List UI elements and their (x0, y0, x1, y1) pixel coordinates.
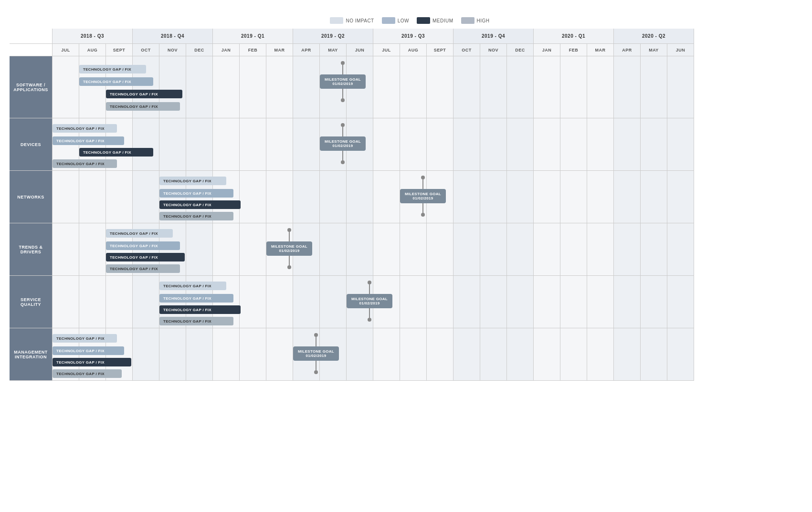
quarter-header-row: 2018 - Q32018 - Q42019 - Q12019 - Q22019… (10, 29, 802, 44)
row-cells: TECHNOLOGY GAP / FIXTECHNOLOGY GAP / FIX… (53, 328, 802, 381)
grid-cell (427, 56, 453, 118)
month-header-cell: AUG (400, 44, 427, 56)
grid-cell (133, 56, 159, 118)
grid-cell (373, 118, 400, 171)
month-header-cell: JAN (534, 44, 560, 56)
legend-color-box (382, 17, 395, 24)
quarter-header-cell: 2018 - Q3 (53, 29, 133, 44)
grid-cell (560, 118, 587, 171)
grid-cell (667, 276, 694, 328)
grid-cell (373, 223, 400, 276)
grid-cell (320, 276, 347, 328)
grid-cell (667, 171, 694, 223)
grid-cell (133, 171, 159, 223)
grid-cell (667, 328, 694, 381)
grid-cell (507, 56, 534, 118)
grid-cell (293, 223, 320, 276)
grid-cell (480, 223, 507, 276)
legend-item: LOW (382, 17, 409, 24)
legend-item-label: NO IMPACT (346, 18, 374, 23)
grid-cell (186, 276, 213, 328)
grid-cell (347, 118, 373, 171)
grid-cell (240, 223, 266, 276)
grid-cell (400, 328, 427, 381)
grid-cell (293, 328, 320, 381)
grid-cell (186, 223, 213, 276)
data-row: MANAGEMENT INTEGRATIONTECHNOLOGY GAP / F… (10, 328, 802, 381)
grid-cell (400, 118, 427, 171)
grid-cell (453, 223, 480, 276)
grid-cell (587, 171, 614, 223)
grid-cell (240, 276, 266, 328)
grid-cell (373, 56, 400, 118)
grid-cell (240, 118, 266, 171)
grid-cell (320, 171, 347, 223)
grid-cell (534, 276, 560, 328)
grid-cell (106, 118, 133, 171)
quarter-header-cell: 2019 - Q2 (293, 29, 373, 44)
grid-cell (641, 328, 667, 381)
month-header-cell: JUN (347, 44, 373, 56)
grid-cell (480, 56, 507, 118)
grid-cell (266, 118, 293, 171)
grid-cell (534, 171, 560, 223)
grid-cell (133, 276, 159, 328)
data-row: SOFTWARE / APPLICATIONSTECHNOLOGY GAP / … (10, 56, 802, 118)
grid-cell (240, 328, 266, 381)
month-header-cell: JUL (373, 44, 400, 56)
grid-cell (560, 171, 587, 223)
grid-cell (159, 276, 186, 328)
month-header-cell: DEC (186, 44, 213, 56)
grid-cell (213, 118, 240, 171)
quarter-header-cell: 2019 - Q4 (453, 29, 534, 44)
quarter-header-cell: 2018 - Q4 (133, 29, 213, 44)
grid-cell (320, 56, 347, 118)
grid-cell (560, 328, 587, 381)
grid-cell (293, 118, 320, 171)
row-cells: TECHNOLOGY GAP / FIXTECHNOLOGY GAP / FIX… (53, 118, 802, 171)
month-header-cell: MAR (587, 44, 614, 56)
grid-cell (453, 56, 480, 118)
grid-cell (53, 118, 79, 171)
quarter-header-cell: 2019 - Q1 (213, 29, 293, 44)
grid-cell (641, 118, 667, 171)
legend-item: NO IMPACT (330, 17, 374, 24)
grid-cell (213, 328, 240, 381)
grid-cell (266, 223, 293, 276)
grid-cell (53, 223, 79, 276)
data-row: NETWORKSTECHNOLOGY GAP / FIXTECHNOLOGY G… (10, 171, 802, 223)
month-header-cell: MAY (320, 44, 347, 56)
grid-cell (480, 171, 507, 223)
grid-cell (79, 328, 106, 381)
grid-cell (347, 328, 373, 381)
grid-cell (79, 223, 106, 276)
quarter-header-cell: 2020 - Q1 (534, 29, 614, 44)
grid-cell (667, 223, 694, 276)
grid-cell (133, 118, 159, 171)
grid-cell (347, 171, 373, 223)
grid-cell (534, 223, 560, 276)
grid-cell (347, 56, 373, 118)
month-header-cell: FEB (560, 44, 587, 56)
grid-cell (453, 276, 480, 328)
row-cells: TECHNOLOGY GAP / FIXTECHNOLOGY GAP / FIX… (53, 56, 802, 118)
grid-cell (79, 171, 106, 223)
grid-cell (53, 328, 79, 381)
grid-cell (427, 223, 453, 276)
grid-cell (427, 118, 453, 171)
corner-cell (10, 29, 53, 44)
grid-cell (507, 276, 534, 328)
legend-item-label: LOW (398, 18, 409, 23)
row-label: MANAGEMENT INTEGRATION (10, 328, 53, 381)
grid-cell (507, 118, 534, 171)
row-cells: TECHNOLOGY GAP / FIXTECHNOLOGY GAP / FIX… (53, 171, 802, 223)
grid-cell (159, 171, 186, 223)
grid-cell (186, 118, 213, 171)
grid-cell (427, 328, 453, 381)
month-header-cell: APR (614, 44, 641, 56)
grid-cell (347, 276, 373, 328)
grid-cell (133, 328, 159, 381)
grid-cell (587, 56, 614, 118)
grid-cell (587, 328, 614, 381)
grid-cell (453, 118, 480, 171)
